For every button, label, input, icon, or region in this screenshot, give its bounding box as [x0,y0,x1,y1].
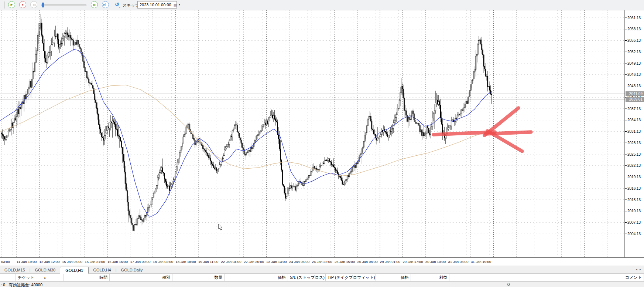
tab-gold-m15[interactable]: GOLD,M15 [0,267,30,273]
column-header-数量[interactable]: 数量 [172,274,225,281]
candle-body [285,193,286,199]
candle-body [212,164,213,165]
candle-body [47,56,48,63]
candle-body [7,136,8,138]
candle-body [427,126,427,133]
candle-body [9,131,10,131]
rewind-button[interactable]: ◀◀ [30,1,37,8]
candle-body [40,23,41,28]
candle-body [244,149,244,154]
candle-body [262,126,263,128]
candle-body [111,122,112,123]
tab-gold-m30[interactable]: GOLD,M30 [31,267,60,273]
column-header-コメント[interactable]: コメント [449,274,644,281]
play-button[interactable]: ▶ [8,1,15,8]
candle-body [63,36,64,38]
time-axis-label: 24 Jan 22:00 [312,260,332,264]
column-header-種別[interactable]: 種別 [110,274,172,281]
candle-body [306,180,306,182]
candle-body [482,50,483,55]
candle-body [400,92,401,100]
candle-body [445,136,446,138]
step-forward-button[interactable]: ▶▏ [102,1,109,8]
price-axis-label: 2043.13 [627,84,641,88]
candle-body [86,71,87,78]
candle-body [272,115,273,118]
column-header-価格[interactable]: 価格 [225,274,288,281]
candle-body [80,48,81,52]
candle-body [419,125,420,132]
candle-body [394,120,395,122]
candle-body [291,186,292,188]
time-axis-label: 18 Jan 02:00 [153,260,173,264]
tab-gold-daily[interactable]: GOLD,Daily [117,267,147,273]
column-header-価格[interactable]: 価格 [376,274,411,281]
candle-body [203,149,204,149]
candle-body [458,114,459,115]
column-header-時間[interactable]: 時間 [64,274,110,281]
candle-body [129,211,130,215]
candle-body [172,181,173,185]
candle-body [282,170,283,185]
candle-body [292,186,292,188]
tab-gold-h1[interactable]: GOLD,H1 [60,267,89,274]
candle-body [60,43,61,44]
candle-body [2,134,3,135]
stop-button[interactable]: ■ [19,1,26,8]
tab-gold-h4[interactable]: GOLD,H4 [89,267,115,273]
candle-body [371,121,372,129]
time-axis-label: 16 Jan 16:00 [107,260,128,264]
column-header-利益[interactable]: 利益 [411,274,449,281]
candle-body [211,161,212,164]
price-chart[interactable]: 2061.132058.132055.132052.132049.132046.… [0,10,644,266]
column-header-チケット[interactable]: チケット▲ [16,274,64,281]
candle-body [487,76,488,87]
tab-scroll-arrows[interactable]: ◂ ▸ [636,268,642,271]
candle-body [415,122,416,124]
candle-body [452,120,453,121]
candle-body [306,180,307,180]
chart-area[interactable]: 2061.132058.132055.132052.132049.132046.… [0,10,644,266]
speed-slider-track[interactable] [41,4,86,6]
candle-body [357,162,358,164]
candle-body [451,121,452,126]
candle-body [482,44,482,50]
candle-body [17,109,17,117]
candle-body [254,143,254,147]
skip-icon[interactable]: ↺.. [115,1,120,8]
candle-body [254,141,255,143]
candle-body [395,117,396,120]
candle-body [483,55,484,66]
candle-body [363,141,364,147]
candle-body [41,23,42,36]
candle-body [53,43,54,43]
candle-body [3,135,4,136]
candle-body [466,101,466,104]
price-axis-label: 2058.13 [627,27,641,31]
candle-body [121,141,121,148]
column-header-T/P (テイクプロフィット)[interactable]: T/P (テイクプロフィット) [326,274,376,281]
candle-body [95,100,96,102]
candle-body [323,163,324,163]
candle-body [179,152,179,159]
candle-body [362,149,362,154]
candle-body [450,126,451,126]
candle-body [398,108,399,108]
candle-body [434,111,435,114]
candle-body [366,126,367,133]
candle-body [163,172,164,173]
column-header-S/L (ストップロス)[interactable]: S/L (ストップロス) [288,274,326,281]
candle-body [479,40,480,40]
date-select[interactable]: 2023.10.01 00:00 ▦ ▼ [137,1,177,9]
candle-body [265,123,266,125]
candle-body [347,175,347,179]
candle-body [73,40,73,45]
candle-body [412,111,413,114]
candle-body [369,117,370,117]
fast-forward-button[interactable]: ▶▶ [91,1,98,8]
speed-slider-handle[interactable] [42,3,44,7]
candle-body [123,154,124,162]
candle-body [70,35,71,38]
candle-body [457,115,458,119]
candle-body [290,186,291,189]
